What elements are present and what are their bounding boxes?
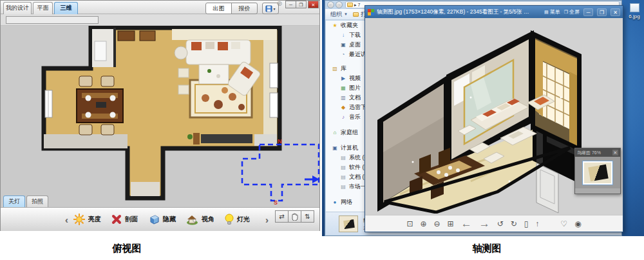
drive-icon: ▤ — [339, 155, 347, 161]
brightness-sun-icon — [73, 214, 85, 225]
menu-icon: ▤ — [544, 10, 549, 15]
favorite-icon[interactable]: ♡ — [560, 220, 567, 228]
hide-tool[interactable]: 隐藏 — [148, 214, 176, 225]
navigator-panel[interactable]: 鸟瞰图 76% ✕ — [574, 148, 621, 194]
jpg-file-icon — [630, 3, 639, 12]
compass-south-label: S — [274, 199, 278, 206]
section-cross-icon — [111, 214, 122, 225]
desktop-file-label: 6.jpg — [627, 14, 641, 19]
light-label: 灯光 — [237, 215, 250, 224]
navigator-title: 鸟瞰图 76% — [577, 150, 601, 156]
zoom-out-icon[interactable]: ⊖ — [434, 220, 440, 228]
drive-icon: ▤ — [339, 174, 347, 180]
homegroup-icon: ⌂ — [331, 130, 339, 135]
toolbar-next-icon[interactable]: › — [265, 214, 269, 225]
tab-my-design[interactable]: 我的设计 — [3, 2, 32, 14]
view-angle-label: 视角 — [202, 215, 214, 224]
section-tool[interactable]: 剖面 — [111, 214, 138, 225]
desktop-icon: ▣ — [339, 42, 347, 48]
delete-icon[interactable]: ▯ — [524, 220, 529, 228]
caption-axonometric-view: 轴测图 — [448, 243, 526, 255]
fit-screen-icon[interactable]: ⊡ — [406, 220, 413, 228]
view-angle-house-icon — [186, 214, 198, 225]
viewer-minimize-button[interactable]: ─ — [583, 8, 593, 16]
viewer-maximize-button[interactable]: ❐ — [597, 8, 607, 16]
viewer-title-bar[interactable]: 轴测图.jpg (1753×1240像素, 227KB) - 2345看图王 -… — [365, 6, 623, 18]
network-drive-icon: ▤ — [339, 184, 347, 190]
maximize-button[interactable]: ❐ — [296, 1, 307, 8]
rotate-right-icon[interactable]: ↻ — [511, 220, 517, 228]
navigator-thumbnail[interactable] — [583, 161, 612, 185]
hand-icon — [291, 213, 298, 221]
caption-bar: 俯视图 轴测图 — [0, 236, 644, 260]
comparison-figure: 我的设计 平面 三维 出图 报价 ▾ ◎ ─ ❐ ✕ — [0, 0, 644, 260]
organize-caret-icon: ▼ — [344, 12, 348, 16]
minimize-button[interactable]: ─ — [285, 1, 296, 8]
navigator-title-bar: 鸟瞰图 76% ✕ — [575, 148, 620, 157]
forward-icon[interactable]: → — [336, 1, 343, 8]
viewer-fullscreen-button[interactable]: ❒ 全屏 — [564, 8, 580, 15]
light-tool[interactable]: 灯光 — [225, 214, 250, 225]
close-button[interactable]: ✕ — [308, 1, 319, 8]
render-canvas[interactable]: N S — [1, 26, 319, 207]
toolbar-prev-icon[interactable]: ‹ — [65, 214, 68, 225]
design-app-subbar — [1, 14, 319, 26]
video-icon: ▶ — [339, 75, 347, 81]
tab-3d[interactable]: 三维 — [54, 2, 78, 14]
zoom-in-icon[interactable]: ⊕ — [420, 220, 426, 228]
section-label: 剖面 — [125, 215, 138, 224]
breadcrumb-text: ▸ 7 — [354, 3, 360, 8]
viewer-toolbar: ⊡ ⊕ ⊖ ⊞ ← → ↺ ↻ ▯ ↑ ♡ ◉ — [365, 215, 623, 232]
axonometric-screenshot: 6.jpg ← → ▸ 7 组织 ▼ 打开 ★收藏夹 ↓下载 ▣桌面 — [322, 0, 644, 236]
design-app-header: 我的设计 平面 三维 出图 报价 ▾ ◎ ─ ❐ ✕ — [1, 1, 319, 14]
save-dropdown-caret[interactable]: ▾ — [273, 6, 275, 11]
next-image-icon[interactable]: → — [479, 218, 490, 229]
top-view-screenshot: 我的设计 平面 三维 出图 报价 ▾ ◎ ─ ❐ ✕ — [0, 0, 322, 236]
design-app-window: 我的设计 平面 三维 出图 报价 ▾ ◎ ─ ❐ ✕ — [0, 0, 320, 231]
quote-button[interactable]: 报价 — [231, 3, 258, 14]
render-toolbar: ‹ 亮度 剖面 — [1, 207, 319, 231]
download-icon: ↓ — [339, 32, 347, 38]
export-image-button[interactable]: 出图 — [205, 3, 232, 14]
rotate-left-icon[interactable]: ↺ — [497, 220, 504, 228]
documents-icon: ▥ — [339, 95, 347, 101]
axonometric-render — [374, 20, 587, 214]
tab-snapshot[interactable]: 拍照 — [26, 195, 48, 207]
zoom-view-icon[interactable]: ⇅ — [301, 210, 314, 223]
viewer-content[interactable]: 鸟瞰图 76% ✕ — [365, 18, 623, 215]
pan-hand-icon[interactable] — [288, 210, 301, 223]
save-floppy-icon — [265, 5, 272, 12]
drive-icon: ▤ — [339, 165, 347, 170]
rotate-view-icon[interactable]: ⇄ — [275, 210, 289, 223]
viewer-close-button[interactable]: ✕ — [611, 8, 620, 16]
star-icon: ★ — [331, 23, 339, 28]
screenshot-icon[interactable]: ◉ — [574, 220, 581, 228]
organize-button[interactable]: 组织 — [330, 10, 342, 19]
light-bulb-icon — [225, 214, 234, 225]
library-icon: ▧ — [331, 66, 339, 72]
network-icon: ● — [331, 199, 339, 205]
brightness-tool[interactable]: 亮度 — [73, 214, 101, 225]
light-photo-tabs: 关灯 拍照 — [3, 195, 48, 207]
actual-size-icon[interactable]: ⊞ — [448, 220, 454, 228]
back-icon[interactable]: ← — [327, 1, 334, 8]
hide-label: 隐藏 — [163, 215, 176, 224]
hide-cube-icon — [148, 214, 160, 225]
caption-top-view: 俯视图 — [88, 243, 166, 255]
previous-image-icon[interactable]: ← — [461, 218, 472, 229]
plan-outline-compass: N S — [238, 137, 319, 206]
view-angle-tool[interactable]: 视角 — [186, 214, 214, 225]
viewer-menu-button[interactable]: ▤ 菜单 — [544, 8, 560, 15]
navigator-footer — [575, 188, 620, 194]
settings-icon[interactable]: ◎ — [277, 0, 282, 6]
navigator-close-icon[interactable]: ✕ — [612, 150, 618, 155]
desktop-file-icon[interactable]: 6.jpg — [627, 3, 641, 19]
status-field — [6, 16, 99, 24]
viewer-app-icon — [368, 9, 374, 15]
tab-plan-2d[interactable]: 平面 — [33, 2, 53, 14]
compass-north-label: N — [278, 138, 282, 145]
tab-lights-off[interactable]: 关灯 — [3, 195, 25, 207]
brightness-label: 亮度 — [88, 215, 101, 224]
upload-icon[interactable]: ↑ — [535, 220, 539, 228]
music-icon: ♪ — [339, 114, 347, 120]
